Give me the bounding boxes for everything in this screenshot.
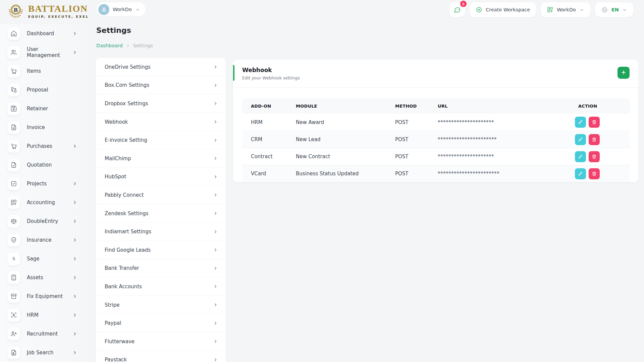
column-header-action: ACTION <box>570 104 630 109</box>
delete-button[interactable] <box>589 151 600 162</box>
sidebar-item-purchases[interactable]: Purchases <box>7 137 89 156</box>
sidebar-item-recruitment[interactable]: Recruitment <box>7 324 89 343</box>
settings-menu-item-onedrive-settings[interactable]: OneDrive Settings <box>96 58 226 76</box>
settings-menu-item-paypal[interactable]: Paypal <box>96 314 226 333</box>
cell-addon: VCard <box>242 171 287 177</box>
brand-tagline: EQUIP, EXECUTE, EXEL <box>28 15 89 18</box>
sidebar-item-dashboard[interactable]: Dashboard <box>7 24 89 43</box>
webhook-header: Webhook Edit your Webhook settings + <box>233 60 638 88</box>
sidebar-item-items[interactable]: Items <box>7 62 89 80</box>
sidebar-item-label: Sage <box>27 256 39 262</box>
chevron-right-icon <box>213 65 218 69</box>
sidebar-item-hrm[interactable]: HRM <box>7 306 89 324</box>
workspace-switcher[interactable]: WorkDo <box>541 2 590 17</box>
topbar-actions: 0 Create Workspace WorkDo EN <box>449 2 633 17</box>
cell-module: New Award <box>287 119 386 125</box>
chevron-right-icon <box>213 321 218 325</box>
settings-menu-item-label: HubSpot <box>105 174 126 180</box>
sidebar-item-assets[interactable]: Assets <box>7 268 89 287</box>
sidebar-item-projects[interactable]: Projects <box>7 174 89 193</box>
delete-button[interactable] <box>589 168 600 179</box>
settings-menu-item-bank-accounts[interactable]: Bank Accounts <box>96 278 226 296</box>
column-header-method: METHOD <box>386 104 429 109</box>
edit-button[interactable] <box>575 134 586 145</box>
chevron-right-icon <box>72 238 77 242</box>
settings-menu-item-find-google-leads[interactable]: Find Google Leads <box>96 241 226 259</box>
settings-menu-item-label: MailChimp <box>105 156 131 162</box>
add-webhook-button[interactable]: + <box>618 67 630 79</box>
settings-menu-item-label: Pabbly Connect <box>105 192 144 198</box>
sidebar-item-label: Dashboard <box>27 31 54 37</box>
sidebar-item-label: Accounting <box>27 199 55 205</box>
edit-button[interactable] <box>575 117 586 128</box>
settings-menu-item-box-com-settings[interactable]: Box.Com Settings <box>96 76 226 95</box>
file-check-icon <box>7 159 20 171</box>
cell-actions <box>570 134 630 145</box>
chevron-right-icon <box>72 294 77 299</box>
sidebar-item-proposal[interactable]: Proposal <box>7 80 89 99</box>
cart-icon <box>7 140 20 153</box>
chevron-right-icon <box>72 200 77 205</box>
settings-menu-item-label: Webhook <box>105 119 128 125</box>
settings-menu-item-bank-transfer[interactable]: Bank Transfer <box>96 259 226 278</box>
settings-menu-item-pabbly-connect[interactable]: Pabbly Connect <box>96 186 226 204</box>
brand-logo[interactable]: B BATTALION EQUIP, EXECUTE, EXEL <box>7 2 89 20</box>
settings-menu-item-label: Flutterwave <box>105 339 135 345</box>
chevron-right-icon <box>72 219 77 224</box>
settings-menu-item-indiamart-settings[interactable]: Indiamart Settings <box>96 223 226 241</box>
settings-menu-item-webhook[interactable]: Webhook <box>96 113 226 131</box>
sidebar-item-insurance[interactable]: Insurance <box>7 231 89 249</box>
sidebar-item-doubleentry[interactable]: DoubleEntry <box>7 212 89 231</box>
delete-button[interactable] <box>589 117 600 128</box>
sidebar-item-job-search[interactable]: Job Search <box>7 343 89 362</box>
cart-icon <box>7 65 20 77</box>
grid-plus-icon <box>7 196 20 209</box>
breadcrumb-dashboard-link[interactable]: Dashboard <box>96 43 123 48</box>
settings-menu-item-flutterwave[interactable]: Flutterwave <box>96 333 226 351</box>
column-header-module: MODULE <box>287 104 386 109</box>
globe-icon <box>601 6 608 13</box>
settings-menu-item-mailchimp[interactable]: MailChimp <box>96 149 226 168</box>
delete-button[interactable] <box>589 134 600 145</box>
settings-menu-item-label: Dropbox Settings <box>105 101 148 107</box>
sidebar-item-accounting[interactable]: Accounting <box>7 193 89 212</box>
sidebar-item-retainer[interactable]: Retainer <box>7 99 89 118</box>
settings-menu-item-dropbox-settings[interactable]: Dropbox Settings <box>96 95 226 113</box>
chevron-right-icon <box>72 331 77 336</box>
message-icon <box>453 6 461 13</box>
settings-menu-item-paystack[interactable]: Paystack <box>96 351 226 362</box>
brand-emblem-icon: B <box>7 2 25 20</box>
messages-button[interactable]: 0 <box>449 2 465 17</box>
page-title: Settings <box>96 26 131 35</box>
building-icon <box>98 4 109 15</box>
settings-menu-item-label: Paystack <box>105 357 127 362</box>
sidebar-item-quotation[interactable]: Quotation <box>7 156 89 174</box>
edit-button[interactable] <box>575 168 586 179</box>
chevron-right-icon <box>72 50 77 55</box>
sidebar-item-label: Recruitment <box>27 331 58 337</box>
column-header-add-on: ADD-ON <box>242 104 287 109</box>
proposal-icon <box>7 83 20 96</box>
settings-menu-item-stripe[interactable]: Stripe <box>96 296 226 314</box>
settings-menu-item-zendesk-settings[interactable]: Zendesk Settings <box>96 204 226 223</box>
settings-menu-item-label: Stripe <box>105 302 120 308</box>
cell-url-masked: ********************* <box>429 154 570 160</box>
sidebar-item-label: Retainer <box>27 106 48 112</box>
chevron-right-icon <box>213 284 218 289</box>
chevron-right-icon <box>72 31 77 36</box>
user-scan-icon <box>7 309 20 321</box>
settings-menu-item-hubspot[interactable]: HubSpot <box>96 168 226 186</box>
svg-text:S: S <box>12 256 15 261</box>
messages-badge: 0 <box>460 1 467 7</box>
language-selector[interactable]: EN <box>595 2 633 17</box>
sidebar-item-sage[interactable]: S Sage <box>7 249 89 268</box>
create-workspace-button[interactable]: Create Workspace <box>470 2 536 17</box>
sidebar-item-fix-equipment[interactable]: Fix Equipment <box>7 287 89 306</box>
edit-button[interactable] <box>575 151 586 162</box>
sidebar-item-label: Invoice <box>27 124 45 130</box>
workspace-selector[interactable]: WorkDo <box>97 2 146 16</box>
settings-menu-item-e-invoice-setting[interactable]: E-invoice Setting <box>96 131 226 149</box>
grid-plus-icon <box>547 6 553 13</box>
sidebar-item-user-management[interactable]: User Management <box>7 43 89 62</box>
sidebar-item-invoice[interactable]: Invoice <box>7 118 89 137</box>
